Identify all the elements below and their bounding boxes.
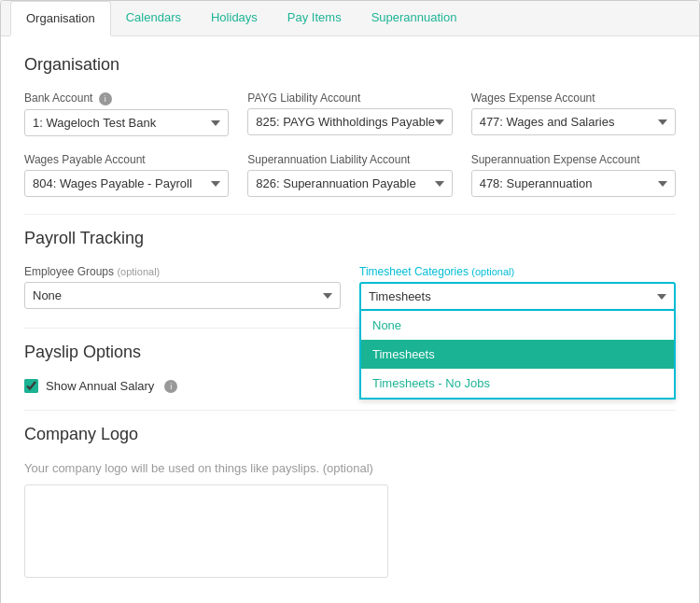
divider-3 (24, 410, 676, 411)
timesheet-dropdown-menu: None Timesheets Timesheets - No Jobs (359, 311, 676, 400)
logo-upload-area[interactable] (24, 484, 388, 578)
employee-groups-select[interactable]: None (24, 282, 341, 309)
super-expense-group: Superannuation Expense Account 478: Supe… (471, 153, 676, 197)
wages-expense-label: Wages Expense Account (471, 91, 676, 105)
show-annual-salary-label: Show Annual Salary (46, 379, 154, 393)
company-logo-section: Company Logo Your company logo will be u… (24, 425, 676, 578)
divider-1 (24, 214, 676, 215)
payroll-tracking-title: Payroll Tracking (24, 229, 676, 248)
timesheet-categories-optional: (optional) (471, 266, 514, 277)
bank-account-label: Bank Account i (24, 91, 229, 105)
company-logo-optional: (optional) (323, 461, 373, 475)
tab-organisation[interactable]: Organisation (10, 1, 111, 36)
main-content: Organisation Bank Account i 1: Wageloch … (1, 36, 699, 603)
wages-payable-select[interactable]: 804: Wages Payable - Payroll (24, 170, 229, 197)
tab-bar: Organisation Calendars Holidays Pay Item… (1, 1, 699, 36)
bank-account-group: Bank Account i 1: Wageloch Test Bank (24, 91, 229, 136)
annual-salary-info-icon[interactable]: i (164, 380, 177, 393)
company-logo-title: Company Logo (24, 425, 676, 444)
bank-account-select[interactable]: 1: Wageloch Test Bank (24, 109, 229, 136)
tab-holidays[interactable]: Holidays (196, 1, 273, 35)
super-liability-label: Superannuation Liability Account (247, 153, 452, 166)
wages-expense-group: Wages Expense Account 477: Wages and Sal… (471, 91, 676, 136)
account-row-2: Wages Payable Account 804: Wages Payable… (24, 153, 676, 197)
wages-payable-label: Wages Payable Account (24, 153, 229, 166)
account-row-1: Bank Account i 1: Wageloch Test Bank PAY… (24, 91, 676, 136)
super-liability-select[interactable]: 826: Superannuation Payable (247, 170, 452, 197)
employee-groups-group: Employee Groups (optional) None (24, 265, 341, 309)
timesheet-categories-label: Timesheet Categories (optional) (359, 265, 676, 278)
super-expense-select[interactable]: 478: Superannuation (471, 170, 676, 197)
dropdown-item-timesheets[interactable]: Timesheets (361, 340, 674, 369)
timesheet-categories-group: Timesheet Categories (optional) Timeshee… (359, 265, 676, 311)
employee-groups-label: Employee Groups (optional) (24, 265, 341, 278)
tab-calendars[interactable]: Calendars (111, 1, 196, 35)
dropdown-item-timesheets-no-jobs[interactable]: Timesheets - No Jobs (361, 369, 674, 398)
payg-account-select[interactable]: 825: PAYG Withholdings Payable (247, 108, 452, 135)
app-window: Organisation Calendars Holidays Pay Item… (0, 0, 700, 603)
timesheet-select-wrapper: Timesheets None Timesheets Timesheets - … (359, 282, 676, 311)
payg-account-group: PAYG Liability Account 825: PAYG Withhol… (247, 91, 452, 136)
wages-payable-group: Wages Payable Account 804: Wages Payable… (24, 153, 229, 197)
super-expense-label: Superannuation Expense Account (471, 153, 676, 166)
wages-expense-select[interactable]: 477: Wages and Salaries (471, 108, 676, 135)
payg-account-label: PAYG Liability Account (247, 91, 452, 105)
payroll-tracking-section: Payroll Tracking Employee Groups (option… (24, 229, 676, 311)
company-logo-desc: Your company logo will be used on things… (24, 461, 676, 475)
super-liability-group: Superannuation Liability Account 826: Su… (247, 153, 452, 197)
show-annual-salary-checkbox[interactable] (24, 379, 38, 393)
timesheet-categories-select[interactable]: Timesheets (359, 282, 676, 311)
bank-account-info-icon[interactable]: i (99, 92, 112, 105)
page-title: Organisation (24, 55, 676, 75)
dropdown-item-none[interactable]: None (361, 311, 674, 340)
tab-superannuation[interactable]: Superannuation (357, 1, 472, 35)
tab-pay-items[interactable]: Pay Items (273, 1, 357, 35)
payroll-row: Employee Groups (optional) None Timeshee… (24, 265, 676, 311)
employee-groups-optional: (optional) (117, 266, 160, 277)
